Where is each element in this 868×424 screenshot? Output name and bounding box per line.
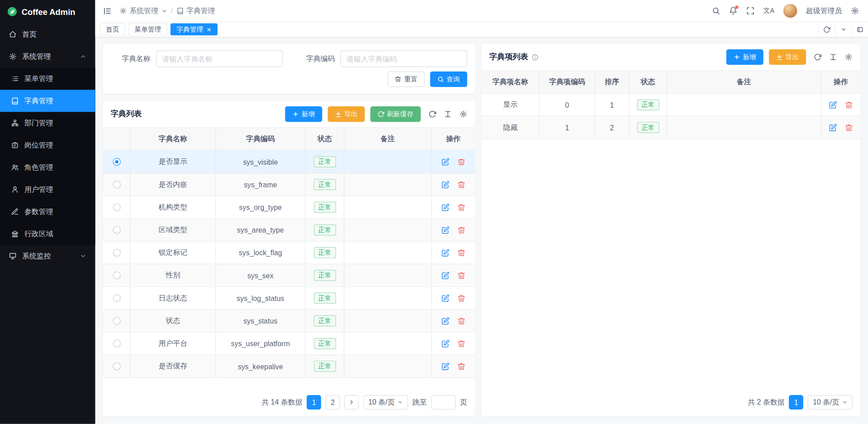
gear-icon: [119, 7, 127, 14]
delete-icon[interactable]: [845, 100, 853, 109]
edit-icon[interactable]: [441, 203, 449, 211]
tab-actions-dropdown-icon[interactable]: [835, 22, 852, 37]
dict-name-input[interactable]: [156, 50, 283, 67]
settings-gear-icon[interactable]: [851, 7, 859, 15]
delete-icon[interactable]: [457, 203, 465, 211]
column-settings-gear-icon[interactable]: [459, 110, 467, 118]
delete-icon[interactable]: [845, 123, 853, 131]
delete-icon[interactable]: [457, 294, 465, 302]
status-badge: 正常: [314, 338, 336, 349]
sidebar-item-role-mgmt[interactable]: 角色管理: [0, 156, 95, 178]
sidebar-fold-icon[interactable]: [103, 6, 112, 15]
jump-page-input[interactable]: [431, 395, 456, 410]
table-row[interactable]: 区域类型 sys_area_type 正常: [103, 219, 475, 242]
query-button[interactable]: 查询: [430, 71, 467, 87]
row-radio[interactable]: [113, 340, 120, 348]
edit-icon[interactable]: [441, 181, 449, 189]
delete-icon[interactable]: [457, 157, 465, 166]
username[interactable]: 超级管理员: [806, 6, 842, 16]
tab-menu-mgmt[interactable]: 菜单管理: [128, 23, 167, 35]
row-radio[interactable]: [113, 181, 120, 188]
delete-icon[interactable]: [457, 362, 465, 370]
sidebar-item-system[interactable]: 系统管理: [0, 45, 95, 67]
row-radio[interactable]: [113, 158, 120, 166]
dict-code-input[interactable]: [340, 50, 467, 67]
page-button-2[interactable]: 2: [326, 395, 340, 410]
table-row[interactable]: 机构类型 sys_org_type 正常: [103, 196, 475, 219]
row-radio[interactable]: [113, 226, 120, 234]
delete-icon[interactable]: [457, 317, 465, 325]
table-row[interactable]: 状态 sys_status 正常: [103, 310, 475, 332]
export-dict-button[interactable]: 导出: [328, 106, 365, 122]
search-icon[interactable]: [712, 7, 720, 15]
edit-icon[interactable]: [441, 339, 449, 348]
edit-icon[interactable]: [441, 157, 449, 166]
reset-button[interactable]: 重置: [387, 71, 425, 87]
content-fullscreen-icon[interactable]: [851, 22, 868, 37]
add-dict-button[interactable]: 新增: [285, 106, 322, 122]
refresh-tab-icon[interactable]: [818, 22, 835, 37]
row-radio[interactable]: [113, 249, 120, 257]
row-radio[interactable]: [113, 203, 120, 211]
column-settings-gear-icon[interactable]: [845, 53, 853, 61]
tab-home[interactable]: 首页: [99, 23, 125, 35]
table-row[interactable]: 性别 sys_sex 正常: [103, 264, 475, 287]
export-dict-item-button[interactable]: 导出: [769, 49, 806, 65]
refresh-table-icon[interactable]: [814, 53, 821, 61]
edit-icon[interactable]: [441, 294, 449, 302]
delete-icon[interactable]: [457, 226, 465, 234]
row-radio[interactable]: [113, 294, 120, 302]
refresh-cache-button[interactable]: 刷新缓存: [370, 106, 420, 122]
row-density-icon[interactable]: [444, 110, 452, 118]
row-radio[interactable]: [113, 272, 120, 279]
sidebar-item-region-mgmt[interactable]: 行政区域: [0, 223, 95, 245]
delete-icon[interactable]: [457, 271, 465, 279]
tab-dict-mgmt[interactable]: 字典管理: [170, 23, 217, 35]
edit-icon[interactable]: [441, 271, 449, 279]
sidebar-item-monitor[interactable]: 系统监控: [0, 245, 95, 267]
delete-icon[interactable]: [457, 248, 465, 257]
row-density-icon[interactable]: [829, 53, 837, 61]
sidebar-item-dict-mgmt[interactable]: 字典管理: [0, 90, 95, 112]
page-button-1[interactable]: 1: [307, 395, 321, 410]
close-icon[interactable]: [207, 27, 212, 32]
page-size-select[interactable]: 10 条/页: [363, 395, 408, 410]
sidebar-item-user-mgmt[interactable]: 用户管理: [0, 178, 95, 200]
edit-icon[interactable]: [441, 317, 449, 325]
sidebar-item-dept-mgmt[interactable]: 部门管理: [0, 112, 95, 134]
table-row[interactable]: 是否内嵌 sys_frame 正常: [103, 173, 475, 196]
fullscreen-icon[interactable]: [746, 7, 755, 15]
refresh-table-icon[interactable]: [429, 110, 436, 118]
trash-icon: [395, 76, 401, 83]
bell-icon[interactable]: [729, 7, 737, 15]
add-dict-item-button[interactable]: 新增: [726, 49, 764, 65]
table-row[interactable]: 锁定标记 sys_lock_flag 正常: [103, 242, 475, 264]
sidebar-item-post-mgmt[interactable]: 岗位管理: [0, 134, 95, 156]
delete-icon[interactable]: [457, 339, 465, 348]
edit-icon[interactable]: [829, 100, 837, 109]
row-radio[interactable]: [113, 317, 120, 324]
sidebar-item-menu-mgmt[interactable]: 菜单管理: [0, 67, 95, 90]
translate-icon[interactable]: 文A: [764, 6, 775, 15]
next-page-button[interactable]: [344, 395, 359, 410]
sidebar-item-param-mgmt[interactable]: 参数管理: [0, 200, 95, 223]
table-row[interactable]: 日志状态 sys_log_status 正常: [103, 287, 475, 310]
person-icon: [11, 186, 19, 193]
avatar[interactable]: [783, 4, 797, 18]
edit-icon[interactable]: [441, 248, 449, 257]
table-row[interactable]: 用户平台 sys_user_platform 正常: [103, 333, 475, 355]
table-row[interactable]: 是否缓存 sys_keepalive 正常: [103, 355, 475, 378]
edit-icon[interactable]: [441, 226, 449, 234]
edit-icon[interactable]: [829, 123, 837, 131]
delete-icon[interactable]: [457, 181, 465, 189]
breadcrumb-system[interactable]: 系统管理: [119, 6, 168, 16]
sidebar-item-home[interactable]: 首页: [0, 23, 95, 45]
page-size-select[interactable]: 10 条/页: [808, 395, 853, 410]
info-icon[interactable]: [532, 53, 539, 61]
table-row[interactable]: 是否显示 sys_visible 正常: [103, 151, 475, 173]
row-radio[interactable]: [113, 362, 120, 370]
edit-icon[interactable]: [441, 362, 449, 370]
table-row[interactable]: 显示 0 1 正常: [481, 94, 860, 116]
page-button-1[interactable]: 1: [789, 395, 803, 410]
table-row[interactable]: 隐藏 1 2 正常: [481, 116, 860, 139]
